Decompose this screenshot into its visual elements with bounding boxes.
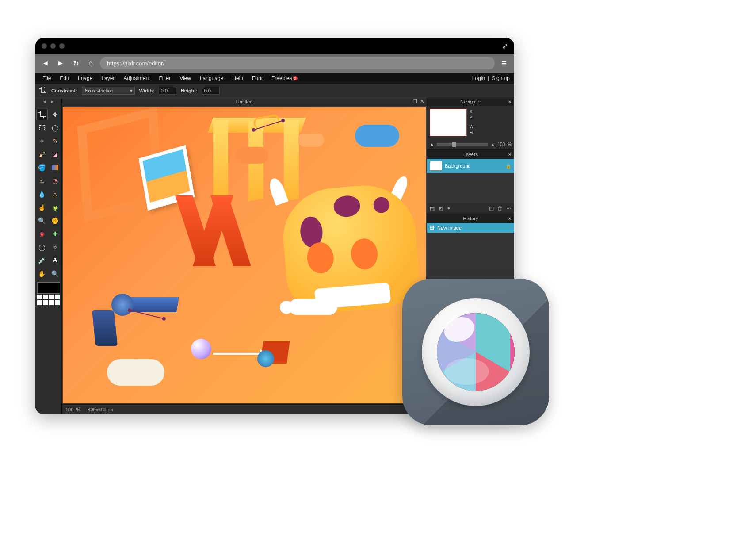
constraint-label: Constraint: xyxy=(51,88,77,93)
tool-blur[interactable]: 💧 xyxy=(36,188,48,200)
tool-red-eye[interactable]: ◉ xyxy=(36,228,48,240)
tool-gradient[interactable] xyxy=(50,162,61,173)
history-step-label: New image xyxy=(437,225,462,230)
pixlr-app-icon xyxy=(402,279,549,425)
layers-close-icon[interactable]: ✕ xyxy=(508,152,512,157)
navigator-close-icon[interactable]: ✕ xyxy=(508,100,512,104)
tool-lasso[interactable]: ◯ xyxy=(50,122,61,134)
menu-file[interactable]: File xyxy=(38,75,55,81)
url-input[interactable]: https://pixlr.com/editor/ xyxy=(100,57,495,69)
tool-type[interactable]: A xyxy=(50,255,61,266)
menu-edit[interactable]: Edit xyxy=(55,75,73,81)
navigator-title: Navigator xyxy=(460,99,481,104)
toolbox-prev-icon[interactable]: ◄ xyxy=(42,99,47,107)
tool-move[interactable]: ✥ xyxy=(50,109,61,120)
history-row[interactable]: 🖼 New image xyxy=(427,223,514,233)
tool-bloat[interactable]: ◯ xyxy=(36,241,48,253)
forward-button[interactable]: ► xyxy=(55,57,66,69)
zoom-in-icon[interactable]: ▲ xyxy=(491,142,495,147)
menu-adjustment[interactable]: Adjustment xyxy=(119,75,154,81)
tool-marquee[interactable] xyxy=(36,122,48,134)
menu-icon[interactable]: ≡ xyxy=(498,59,510,68)
tool-burn[interactable]: ✊ xyxy=(50,215,61,226)
window-close-icon[interactable] xyxy=(42,43,47,49)
menu-font[interactable]: Font xyxy=(248,75,267,81)
zoom-slider[interactable] xyxy=(437,143,488,146)
tool-eraser[interactable]: ◪ xyxy=(50,149,61,160)
back-button[interactable]: ◄ xyxy=(40,57,51,69)
maximize-icon[interactable]: ⤢ xyxy=(502,42,508,50)
auth-separator: | xyxy=(488,75,489,81)
swatch-palette[interactable] xyxy=(37,295,60,305)
tool-color-replace[interactable]: ◔ xyxy=(50,175,61,187)
tool-wand[interactable]: ✧ xyxy=(36,135,48,147)
tool-brush[interactable]: 🖌 xyxy=(36,149,48,160)
layer-row[interactable]: Background 🔒 xyxy=(427,159,514,173)
url-text: https://pixlr.com/editor/ xyxy=(107,60,164,67)
app-menubar: File Edit Image Layer Adjustment Filter … xyxy=(35,73,514,84)
menu-filter[interactable]: Filter xyxy=(154,75,175,81)
new-layer-icon[interactable]: ▢ xyxy=(489,205,494,211)
tool-zoom[interactable]: 🔍 xyxy=(50,268,61,280)
width-input[interactable]: 0.0 xyxy=(159,87,176,95)
height-input[interactable]: 0.0 xyxy=(202,87,220,95)
layers-panel: Layers ✕ Background 🔒 ▤ ◩ ✦ ▢ 🗑 xyxy=(427,150,514,214)
menu-layer[interactable]: Layer xyxy=(97,75,119,81)
document-close-icon[interactable]: ✕ xyxy=(420,99,424,104)
tool-dodge[interactable]: 🔍 xyxy=(36,215,48,226)
layer-mask-icon[interactable]: ◩ xyxy=(438,205,443,211)
tool-options-bar: Constraint: No restriction Width: 0.0 He… xyxy=(35,84,514,97)
tool-smudge[interactable]: ☝ xyxy=(36,202,48,213)
tool-pencil[interactable]: ✎ xyxy=(50,135,61,147)
menu-image[interactable]: Image xyxy=(73,75,97,81)
tool-color-picker[interactable]: 💉 xyxy=(36,255,48,266)
tool-spot-heal[interactable]: ✚ xyxy=(50,228,61,240)
status-zoom: 100 % xyxy=(65,407,80,412)
reload-button[interactable]: ↻ xyxy=(70,57,81,69)
tool-sharpen[interactable]: △ xyxy=(50,188,61,200)
delete-layer-icon[interactable]: 🗑 xyxy=(497,205,503,211)
canvas-viewport[interactable] xyxy=(62,106,427,404)
menu-help[interactable]: Help xyxy=(228,75,248,81)
freebies-badge: 5 xyxy=(293,76,298,80)
history-close-icon[interactable]: ✕ xyxy=(508,216,512,221)
constraint-dropdown[interactable]: No restriction xyxy=(82,87,135,95)
tool-paint-bucket[interactable]: 🪣 xyxy=(36,162,48,173)
document-titlebar: Untitled ❐ ✕ xyxy=(62,97,427,106)
layers-header[interactable]: Layers ✕ xyxy=(427,150,514,159)
layers-list: Background 🔒 xyxy=(427,159,514,203)
toolbox: ◄ ► ✥◯✧✎🖌◪🪣⎌◔💧△☝◉🔍✊◉✚◯✧💉A✋🔍 xyxy=(35,97,62,414)
history-header[interactable]: History ✕ xyxy=(427,214,514,223)
signup-link[interactable]: Sign up xyxy=(492,75,510,81)
window-titlebar: ⤢ xyxy=(35,38,514,54)
navigator-thumbnail[interactable] xyxy=(430,109,467,136)
history-title: History xyxy=(463,216,478,221)
layers-more-icon[interactable]: ⋯ xyxy=(506,205,512,211)
canvas-area: Untitled ❐ ✕ xyxy=(62,97,427,414)
toolbox-next-icon[interactable]: ► xyxy=(50,99,55,107)
foreground-color-swatch[interactable] xyxy=(37,282,60,294)
history-step-icon: 🖼 xyxy=(430,225,435,230)
menu-freebies[interactable]: Freebies 5 xyxy=(267,75,297,81)
tool-hand[interactable]: ✋ xyxy=(36,268,48,280)
lock-icon[interactable]: 🔒 xyxy=(505,163,512,169)
tool-sponge[interactable]: ◉ xyxy=(50,202,61,213)
width-label: Width: xyxy=(139,88,154,93)
document-restore-icon[interactable]: ❐ xyxy=(413,99,417,104)
login-link[interactable]: Login xyxy=(472,75,485,81)
tool-crop[interactable] xyxy=(36,109,48,120)
navigator-header[interactable]: Navigator ✕ xyxy=(427,97,514,106)
home-button[interactable]: ⌂ xyxy=(85,57,96,69)
menu-view[interactable]: View xyxy=(175,75,195,81)
zoom-out-icon[interactable]: ▲ xyxy=(430,142,434,147)
menu-language[interactable]: Language xyxy=(195,75,228,81)
auth-controls: Login | Sign up xyxy=(472,75,510,81)
window-zoom-icon[interactable] xyxy=(59,43,65,49)
status-zoom-value: 100 xyxy=(65,407,73,412)
layer-styles-icon[interactable]: ✦ xyxy=(447,205,451,211)
document-title: Untitled xyxy=(236,99,252,104)
layer-settings-icon[interactable]: ▤ xyxy=(430,205,435,211)
window-minimize-icon[interactable] xyxy=(50,43,56,49)
tool-clone-stamp[interactable]: ⎌ xyxy=(36,175,48,187)
tool-pinch[interactable]: ✧ xyxy=(50,241,61,253)
